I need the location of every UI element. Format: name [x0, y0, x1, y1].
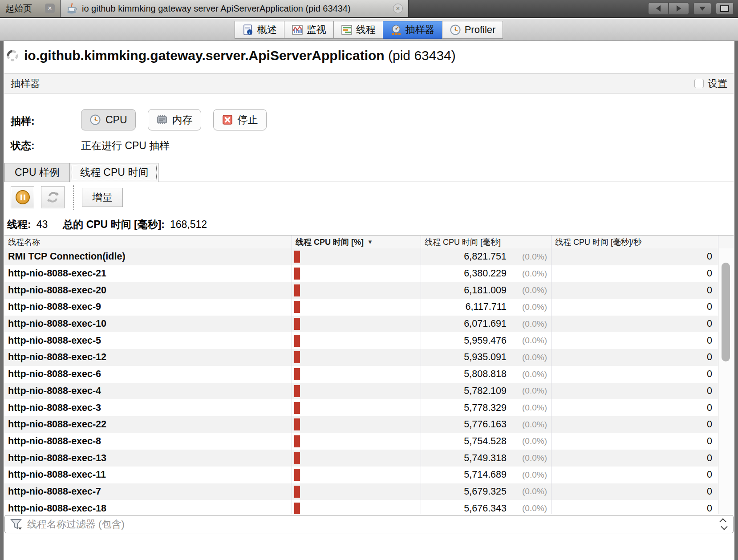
- tab-profiler[interactable]: Profiler: [442, 21, 503, 39]
- cpu-time-pct: (0.0%): [507, 470, 551, 480]
- column-header-cpu-time-ms[interactable]: 线程 CPU 时间 [毫秒]: [421, 235, 551, 248]
- table-row[interactable]: RMI TCP Connection(idle) 6,821.751 (0.0%…: [4, 248, 734, 265]
- refresh-icon: [46, 190, 60, 204]
- cpu-time-pct-cell: [292, 316, 421, 333]
- forward-button[interactable]: [669, 2, 689, 15]
- column-header-cpu-time-pct[interactable]: 线程 CPU 时间 [%] ▼: [292, 235, 421, 248]
- cpu-time-ms-cell: 5,959.476 (0.0%): [421, 332, 551, 349]
- sampler-subtabs: CPU 样例 线程 CPU 时间: [4, 162, 734, 182]
- table-row[interactable]: http-nio-8088-exec-9 6,117.711 (0.0%) 0: [4, 299, 734, 316]
- table-row[interactable]: http-nio-8088-exec-18 5,676.343 (0.0%) 0: [4, 500, 734, 514]
- thread-name: http-nio-8088-exec-5: [4, 332, 292, 349]
- table-row[interactable]: http-nio-8088-exec-21 6,380.229 (0.0%) 0: [4, 265, 734, 282]
- threads-count: 43: [36, 219, 48, 231]
- threads-label: 线程:: [7, 218, 31, 231]
- cpu-time-ms-cell: 5,935.091 (0.0%): [421, 349, 551, 366]
- back-button[interactable]: [648, 2, 669, 15]
- sampler-panel-title: 抽样器: [11, 77, 40, 90]
- java-cup-icon: [66, 3, 77, 14]
- cpu-time-ms: 5,959.476: [464, 335, 507, 346]
- close-icon[interactable]: ×: [45, 4, 55, 13]
- cpu-time-ms-cell: 5,754.528 (0.0%): [421, 433, 551, 450]
- window-left-edge: [0, 41, 4, 560]
- table-row[interactable]: http-nio-8088-exec-20 6,181.009 (0.0%) 0: [4, 282, 734, 299]
- tab-profiler-label: Profiler: [465, 24, 496, 36]
- delta-button[interactable]: 增量: [82, 188, 123, 207]
- tab-monitor[interactable]: 监视: [284, 21, 334, 39]
- sampler-panel-header: 抽样器 设置: [4, 73, 734, 93]
- tab-overview[interactable]: i 概述: [235, 21, 284, 39]
- table-row[interactable]: http-nio-8088-exec-7 5,679.325 (0.0%) 0: [4, 483, 734, 500]
- tab-list-button[interactable]: [693, 2, 711, 15]
- cpu-time-ms-cell: 5,776.163 (0.0%): [421, 416, 551, 433]
- cpu-time-pct-cell: [292, 349, 421, 366]
- thread-summary-row: 线程: 43 总的 CPU 时间 [毫秒]: 168,512: [7, 218, 207, 231]
- tab-sampler-label: 抽样器: [405, 23, 435, 37]
- cpu-time-per-sec: 0: [551, 416, 718, 433]
- cpu-time-per-sec: 0: [551, 265, 718, 282]
- cpu-time-pct-cell: [292, 416, 421, 433]
- thread-filter-input[interactable]: [27, 519, 721, 530]
- status-value: 正在进行 CPU 抽样: [81, 139, 170, 153]
- thread-name: http-nio-8088-exec-8: [4, 433, 292, 450]
- table-row[interactable]: http-nio-8088-exec-3 5,778.329 (0.0%) 0: [4, 399, 734, 416]
- application-pid: (pid 63434): [388, 48, 456, 63]
- thread-name: http-nio-8088-exec-21: [4, 265, 292, 282]
- maximize-button[interactable]: [716, 2, 734, 15]
- refresh-button[interactable]: [41, 186, 65, 208]
- cpu-time-ms-cell: 5,679.325 (0.0%): [421, 483, 551, 500]
- table-row[interactable]: http-nio-8088-exec-10 6,071.691 (0.0%) 0: [4, 316, 734, 333]
- cpu-time-pct: (0.0%): [507, 453, 551, 463]
- column-header-thread-name[interactable]: 线程名称: [4, 235, 292, 248]
- table-scrollbar[interactable]: [718, 248, 734, 514]
- column-header-cpu-time-per-sec[interactable]: 线程 CPU 时间 [毫秒]/秒: [551, 235, 718, 248]
- cpu-time-pct: (0.0%): [507, 336, 551, 345]
- cpu-time-ms: 5,778.329: [464, 402, 507, 414]
- filter-funnel-icon: [9, 518, 23, 531]
- cpu-time-pct-cell: [292, 282, 421, 299]
- cpu-usage-bar: [294, 486, 300, 498]
- cpu-time-pct: (0.0%): [507, 487, 551, 496]
- cpu-usage-bar: [294, 452, 300, 464]
- scrollbar-thumb[interactable]: [722, 263, 730, 361]
- cpu-usage-bar: [294, 368, 300, 380]
- table-row[interactable]: http-nio-8088-exec-22 5,776.163 (0.0%) 0: [4, 416, 734, 433]
- memory-sample-button[interactable]: 内存: [148, 109, 201, 130]
- table-row[interactable]: http-nio-8088-exec-11 5,714.689 (0.0%) 0: [4, 467, 734, 483]
- table-row[interactable]: http-nio-8088-exec-4 5,782.109 (0.0%) 0: [4, 383, 734, 400]
- thread-name: http-nio-8088-exec-10: [4, 316, 292, 333]
- settings-checkbox[interactable]: [694, 79, 704, 88]
- memory-sample-button-label: 内存: [172, 113, 193, 127]
- cpu-usage-bar: [294, 418, 300, 430]
- tab-threads[interactable]: 线程: [333, 21, 383, 39]
- table-row[interactable]: http-nio-8088-exec-12 5,935.091 (0.0%) 0: [4, 349, 734, 366]
- tab-application[interactable]: io github kimmking gateway server ApiSer…: [61, 0, 409, 17]
- tab-sampler[interactable]: 抽样器: [383, 21, 442, 39]
- column-header-spacer: [718, 235, 734, 248]
- tab-start-page[interactable]: 起始页 ×: [0, 0, 61, 17]
- table-row[interactable]: http-nio-8088-exec-5 5,959.476 (0.0%) 0: [4, 332, 734, 349]
- stop-button-label: 停止: [238, 113, 258, 127]
- table-row[interactable]: http-nio-8088-exec-6 5,808.818 (0.0%) 0: [4, 366, 734, 383]
- cpu-time-pct: (0.0%): [507, 252, 551, 262]
- cpu-sample-button[interactable]: CPU: [81, 109, 136, 130]
- pause-button[interactable]: [11, 186, 34, 208]
- stop-button[interactable]: 停止: [213, 109, 267, 130]
- memory-chip-icon: [156, 114, 168, 126]
- cpu-time-per-sec: 0: [551, 332, 718, 349]
- filter-options-stepper[interactable]: [721, 519, 726, 530]
- stop-x-icon: [222, 114, 233, 126]
- subtab-cpu-samples[interactable]: CPU 样例: [4, 163, 70, 182]
- cpu-usage-bar: [294, 402, 300, 414]
- thread-name: http-nio-8088-exec-3: [4, 399, 292, 416]
- settings-label: 设置: [708, 77, 727, 90]
- cpu-time-ms-cell: 6,117.711 (0.0%): [421, 299, 551, 316]
- cpu-time-ms: 5,935.091: [464, 352, 507, 363]
- status-label: 状态:: [11, 139, 35, 153]
- cpu-time-pct-cell: [292, 248, 421, 265]
- table-row[interactable]: http-nio-8088-exec-13 5,749.318 (0.0%) 0: [4, 450, 734, 467]
- table-row[interactable]: http-nio-8088-exec-8 5,754.528 (0.0%) 0: [4, 433, 734, 450]
- close-icon[interactable]: ×: [393, 4, 403, 13]
- application-class-name: io.github.kimmking.gateway.server.ApiSer…: [24, 48, 385, 63]
- subtab-thread-cpu-time[interactable]: 线程 CPU 时间: [70, 163, 158, 182]
